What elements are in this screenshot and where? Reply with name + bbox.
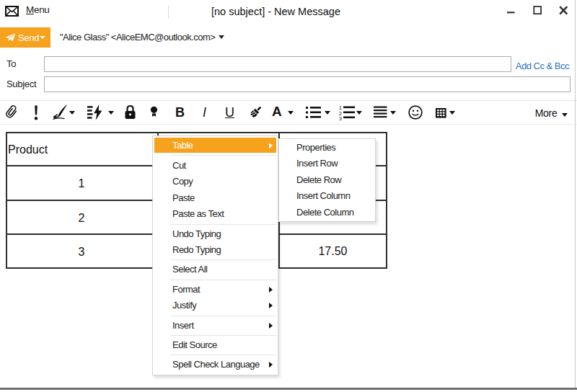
svg-text:2: 2 xyxy=(339,111,342,116)
svg-text:3: 3 xyxy=(339,116,342,120)
svg-text:1: 1 xyxy=(339,105,342,110)
